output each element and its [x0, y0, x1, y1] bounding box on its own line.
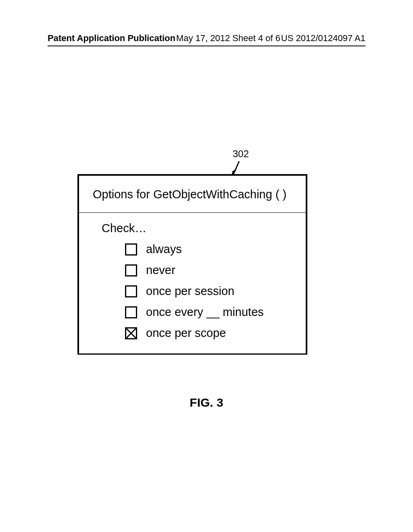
option-row[interactable]: once per session	[125, 285, 298, 298]
dialog-title: Options for GetObjectWithCaching ( )	[79, 176, 306, 213]
option-label: never	[146, 264, 175, 277]
checkbox-unchecked[interactable]	[125, 243, 137, 256]
dialog-body: Check… alwaysneveronce per sessiononce e…	[79, 213, 306, 353]
checkbox-unchecked[interactable]	[125, 306, 137, 318]
checkbox-unchecked[interactable]	[125, 264, 137, 276]
options-dialog: Options for GetObjectWithCaching ( ) Che…	[77, 174, 307, 355]
header-divider	[48, 46, 365, 46]
option-row[interactable]: once per scope	[125, 326, 298, 340]
checkbox-unchecked[interactable]	[125, 285, 137, 297]
header-publication: Patent Application Publication	[48, 33, 175, 44]
option-label: always	[146, 243, 182, 256]
checkbox-checked[interactable]	[125, 327, 137, 339]
reference-number: 302	[233, 148, 249, 160]
option-row[interactable]: once every __ minutes	[125, 305, 298, 319]
option-label: once per session	[146, 285, 234, 298]
option-row[interactable]: never	[125, 264, 298, 277]
header-patent-number: US 2012/0124097 A1	[281, 33, 365, 44]
page-header: Patent Application Publication May 17, 2…	[0, 33, 413, 44]
check-label: Check…	[102, 222, 298, 235]
header-date-sheet: May 17, 2012 Sheet 4 of 6	[176, 33, 280, 44]
option-label: once every __ minutes	[146, 305, 264, 319]
option-label: once per scope	[146, 326, 226, 340]
figure-caption: FIG. 3	[0, 396, 413, 409]
option-row[interactable]: always	[125, 243, 298, 256]
